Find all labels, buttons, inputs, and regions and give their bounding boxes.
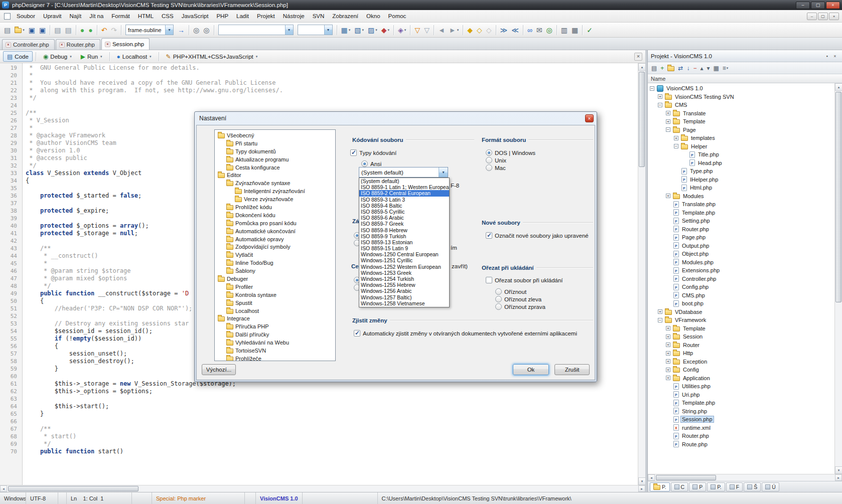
- nav-back-button[interactable]: ◄: [436, 24, 447, 36]
- settings-button[interactable]: ≡▾: [721, 63, 730, 73]
- encoding-types-checkbox[interactable]: Typy kódování: [350, 149, 396, 156]
- code-line[interactable]: }: [26, 410, 638, 418]
- project-tree-item[interactable]: Router.php: [648, 432, 834, 440]
- expand-icon[interactable]: +: [658, 94, 662, 99]
- line-number[interactable]: 34: [0, 177, 22, 185]
- add-folder-button[interactable]: [666, 63, 676, 73]
- expand-icon[interactable]: +: [666, 111, 670, 115]
- todo-check-button[interactable]: ✓: [585, 24, 595, 36]
- panel-tab[interactable]: F: [726, 482, 743, 491]
- dropdown-item[interactable]: ISO 8859-13 Estonian: [359, 239, 449, 245]
- run-button[interactable]: ▶ Run ▾: [77, 51, 106, 62]
- settings-tree-item[interactable]: Typy dokumentů: [215, 147, 335, 155]
- settings-tree-item[interactable]: Zodpovídající symboly: [215, 243, 335, 251]
- menu-item[interactable]: JavaScript: [178, 11, 213, 22]
- line-number[interactable]: 35: [0, 185, 22, 192]
- settings-tree-item[interactable]: Prohlížeč kódu: [215, 203, 335, 211]
- expand-icon[interactable]: +: [666, 194, 670, 198]
- project-tree-item[interactable]: Controller.php: [648, 275, 834, 283]
- line-number[interactable]: 63: [0, 395, 22, 403]
- scrollbar-thumb[interactable]: [656, 475, 716, 480]
- expand-icon[interactable]: +: [666, 368, 670, 372]
- browser-preview-button[interactable]: ●: [78, 24, 86, 36]
- print-button[interactable]: ▤: [52, 24, 63, 36]
- mdi-restore-button[interactable]: ▢: [818, 13, 828, 20]
- code-line[interactable]: [26, 102, 638, 109]
- editor-close-button[interactable]: ×: [634, 53, 642, 61]
- line-number[interactable]: 25: [0, 109, 22, 117]
- scroll-down-icon[interactable]: [835, 466, 842, 474]
- project-tree-item[interactable]: +Translate: [648, 109, 834, 118]
- nav-forward-button[interactable]: ►▾: [447, 24, 461, 36]
- project-tree-item[interactable]: Html.php: [648, 184, 834, 192]
- redo-button[interactable]: ↷: [109, 24, 119, 36]
- line-number[interactable]: 40: [0, 222, 22, 230]
- collapse-icon[interactable]: −: [666, 127, 670, 132]
- line-number[interactable]: 54: [0, 327, 22, 335]
- line-number[interactable]: 69: [0, 440, 22, 448]
- dropdown-item[interactable]: Windows-1251 Cyrillic: [359, 257, 449, 263]
- dropdown-item[interactable]: Windows-1256 Arabic: [359, 288, 449, 294]
- project-tree-item[interactable]: −VFramework: [648, 316, 834, 324]
- code-line[interactable]: * GNU General Public License for more de…: [26, 64, 638, 72]
- panel-vertical-scrollbar[interactable]: [834, 83, 842, 474]
- ansi-radio[interactable]: Ansi: [361, 160, 381, 167]
- scroll-left-icon[interactable]: [0, 485, 7, 492]
- project-tree-item[interactable]: Router.php: [648, 225, 834, 234]
- insert-div-button[interactable]: ▧▾: [352, 24, 366, 36]
- expand-icon[interactable]: +: [666, 343, 670, 347]
- expand-all-button[interactable]: ▾: [705, 63, 711, 73]
- project-tree-item[interactable]: Modules.php: [648, 258, 834, 267]
- expand-icon[interactable]: +: [666, 351, 670, 356]
- project-tree-item[interactable]: +Template: [648, 324, 834, 333]
- project-tree-item[interactable]: IHelper.php: [648, 176, 834, 184]
- collapse-icon[interactable]: −: [658, 103, 662, 107]
- menu-item[interactable]: Okno: [362, 11, 384, 22]
- menu-item[interactable]: SVN: [309, 11, 329, 22]
- line-number[interactable]: 21: [0, 79, 22, 87]
- line-number[interactable]: 26: [0, 117, 22, 124]
- line-number[interactable]: 44: [0, 252, 22, 260]
- line-number[interactable]: 67: [0, 425, 22, 433]
- chevron-down-icon[interactable]: ▾: [439, 167, 448, 177]
- close-icon[interactable]: ×: [105, 42, 110, 47]
- name-column-header[interactable]: Name: [648, 74, 842, 83]
- collapse-icon[interactable]: −: [650, 86, 654, 91]
- expand-icon[interactable]: +: [666, 376, 670, 380]
- settings-tree-item[interactable]: Vytlačit: [215, 251, 335, 259]
- dropdown-item[interactable]: ISO 8859-3 Latin 3: [359, 197, 449, 203]
- color-picker-button[interactable]: ◆▾: [379, 24, 391, 36]
- undo-button[interactable]: ↶: [99, 24, 109, 36]
- line-number[interactable]: 22: [0, 87, 22, 94]
- cancel-button[interactable]: Zrušit: [554, 364, 590, 375]
- project-tree-item[interactable]: Object.php: [648, 250, 834, 258]
- search-combo[interactable]: ▾: [218, 25, 294, 35]
- line-number[interactable]: 33: [0, 170, 22, 177]
- project-tree-item[interactable]: String.php: [648, 407, 834, 416]
- code-line[interactable]: *: [26, 72, 638, 79]
- line-number[interactable]: 61: [0, 380, 22, 388]
- editor-horizontal-scrollbar[interactable]: [0, 485, 645, 492]
- collapse-all-button[interactable]: ▴: [698, 63, 705, 73]
- menu-item[interactable]: Pomoc: [384, 11, 410, 22]
- scroll-up-icon[interactable]: [835, 83, 842, 91]
- line-number[interactable]: 24: [0, 102, 22, 109]
- code-line[interactable]: [26, 418, 638, 425]
- copy-button[interactable]: ▤: [63, 24, 73, 36]
- go-button[interactable]: →: [176, 24, 187, 36]
- frame-combo[interactable]: frame-subline▾: [125, 25, 174, 35]
- code-line[interactable]: */: [26, 94, 638, 102]
- dropdown-item[interactable]: Windows-1257 Baltic): [359, 294, 449, 300]
- menu-item[interactable]: CSS: [158, 11, 178, 22]
- scrollbar-thumb[interactable]: [835, 92, 841, 302]
- settings-tree-item[interactable]: Prohlížeče: [215, 355, 335, 361]
- mdi-close-button[interactable]: ×: [829, 13, 839, 20]
- trim-left-radio[interactable]: Oříznout zleva: [495, 296, 541, 302]
- project-tree-item[interactable]: −Helper: [648, 142, 834, 151]
- project-tree-item[interactable]: +Modules: [648, 192, 834, 201]
- project-tree-item[interactable]: +Router: [648, 341, 834, 350]
- mdi-minimize-button[interactable]: –: [807, 13, 817, 20]
- line-number[interactable]: 37: [0, 200, 22, 207]
- scrollbar-thumb[interactable]: [8, 486, 138, 491]
- line-number[interactable]: 59: [0, 365, 22, 373]
